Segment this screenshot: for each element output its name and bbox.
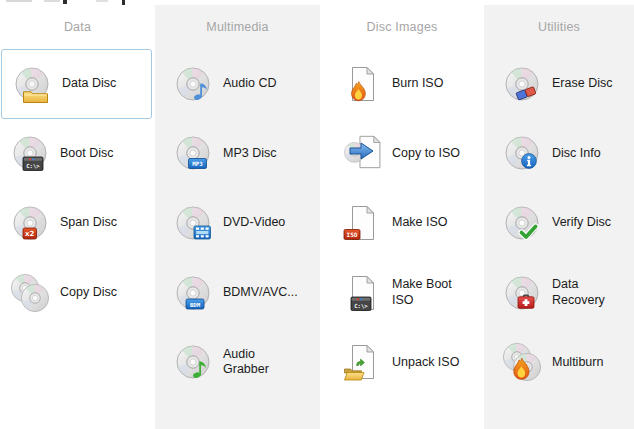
item-label: Disc Info bbox=[552, 146, 634, 161]
boot-badge-text: C:\> bbox=[26, 163, 40, 169]
item-make-boot-iso[interactable]: C:\> Make Boot ISO bbox=[320, 258, 484, 328]
column-utilities: Utilities Erase Disc Disc Info bbox=[484, 5, 634, 429]
bdmv-disc-icon: BDM bbox=[173, 273, 213, 313]
item-burn-iso[interactable]: Burn ISO bbox=[320, 49, 484, 119]
boot-disc-icon: C:\> bbox=[10, 133, 50, 173]
audio-grabber-icon bbox=[173, 342, 213, 382]
item-label: Boot Disc bbox=[60, 146, 146, 161]
app-start-screen: Data Data Disc C:\> bbox=[0, 0, 634, 429]
data-disc-icon bbox=[12, 64, 52, 104]
item-label: Audio Grabber bbox=[223, 347, 293, 378]
erase-disc-icon bbox=[502, 64, 542, 104]
item-label: Make Boot ISO bbox=[392, 277, 470, 308]
item-label: Erase Disc bbox=[552, 76, 634, 91]
item-span-disc[interactable]: x2 Span Disc bbox=[0, 188, 155, 258]
item-label: MP3 Disc bbox=[223, 146, 293, 161]
clipped-text-remnant bbox=[96, 0, 108, 2]
column-header-multimedia: Multimedia bbox=[155, 5, 320, 49]
item-audio-grabber[interactable]: Audio Grabber bbox=[155, 327, 320, 397]
item-unpack-iso[interactable]: Unpack ISO bbox=[320, 327, 484, 397]
item-label: Copy to ISO bbox=[392, 146, 470, 161]
item-multiburn[interactable]: Multiburn bbox=[484, 327, 634, 397]
item-audio-cd[interactable]: Audio CD bbox=[155, 49, 320, 119]
audio-cd-icon bbox=[173, 64, 213, 104]
mp3-disc-icon: MP3 bbox=[173, 133, 213, 173]
column-data: Data Data Disc C:\> bbox=[0, 5, 155, 429]
item-data-disc[interactable]: Data Disc bbox=[1, 49, 152, 119]
item-label: Span Disc bbox=[60, 215, 146, 230]
item-boot-disc[interactable]: C:\> Boot Disc bbox=[0, 119, 155, 189]
item-make-iso[interactable]: ISO Make ISO bbox=[320, 188, 484, 258]
item-label: DVD-Video bbox=[223, 215, 293, 230]
item-erase-disc[interactable]: Erase Disc bbox=[484, 49, 634, 119]
span-disc-icon: x2 bbox=[10, 203, 50, 243]
boot-iso-badge-text: C:\> bbox=[354, 303, 368, 309]
make-boot-iso-icon: C:\> bbox=[342, 273, 382, 313]
copy-to-iso-icon bbox=[342, 133, 382, 173]
span-badge-text: x2 bbox=[25, 230, 35, 238]
clipped-text-remnant bbox=[44, 0, 60, 2]
item-label: Copy Disc bbox=[60, 285, 146, 300]
column-multimedia: Multimedia Audio CD MP3 MP3 Disc bbox=[155, 5, 320, 429]
mp3-badge-text: MP3 bbox=[192, 161, 203, 167]
item-label: Data Disc bbox=[62, 76, 148, 91]
item-disc-info[interactable]: Disc Info bbox=[484, 119, 634, 189]
item-label: Data Recovery bbox=[552, 277, 634, 308]
make-iso-icon: ISO bbox=[342, 203, 382, 243]
item-bdmv-avchd[interactable]: BDM BDMV/AVC... bbox=[155, 258, 320, 328]
clipped-text-remnant bbox=[63, 0, 67, 4]
item-label: Verify Disc bbox=[552, 215, 634, 230]
verify-disc-icon bbox=[502, 203, 542, 243]
item-copy-disc[interactable]: Copy Disc bbox=[0, 258, 155, 328]
disc-info-icon bbox=[502, 133, 542, 173]
item-verify-disc[interactable]: Verify Disc bbox=[484, 188, 634, 258]
burn-iso-icon bbox=[342, 64, 382, 104]
multiburn-icon bbox=[502, 342, 542, 382]
dvd-video-icon bbox=[173, 203, 213, 243]
item-label: Multiburn bbox=[552, 355, 634, 370]
column-header-data: Data bbox=[0, 5, 155, 49]
column-header-utilities: Utilities bbox=[484, 5, 634, 49]
unpack-iso-icon bbox=[342, 342, 382, 382]
item-copy-to-iso[interactable]: Copy to ISO bbox=[320, 119, 484, 189]
column-disc-images: Disc Images Burn ISO Copy to ISO ISO bbox=[320, 5, 484, 429]
item-label: Make ISO bbox=[392, 215, 470, 230]
item-mp3-disc[interactable]: MP3 MP3 Disc bbox=[155, 119, 320, 189]
clipped-text-remnant bbox=[6, 0, 32, 2]
item-label: Burn ISO bbox=[392, 76, 470, 91]
item-dvd-video[interactable]: DVD-Video bbox=[155, 188, 320, 258]
item-label: Audio CD bbox=[223, 76, 293, 91]
item-label: BDMV/AVC... bbox=[223, 285, 293, 300]
bdm-badge-text: BDM bbox=[190, 301, 201, 307]
column-header-disc-images: Disc Images bbox=[320, 5, 484, 49]
iso-badge-text: ISO bbox=[347, 231, 358, 238]
copy-disc-icon bbox=[10, 273, 50, 313]
item-label: Unpack ISO bbox=[392, 355, 470, 370]
item-data-recovery[interactable]: Data Recovery bbox=[484, 258, 634, 328]
data-recovery-icon bbox=[502, 273, 542, 313]
